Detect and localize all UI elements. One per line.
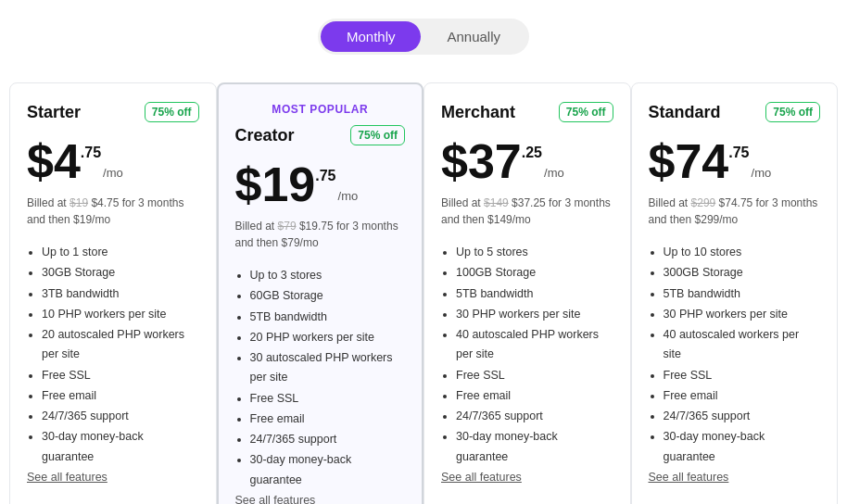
see-all-item[interactable]: See all features xyxy=(27,468,199,487)
price-row: $ 37 .25 /mo xyxy=(441,137,613,185)
feature-item: Up to 10 stores xyxy=(664,243,821,262)
plans-grid: Starter 75% off $ 4 .75 /mo Billed at $1… xyxy=(9,82,838,504)
feature-item: 24/7/365 support xyxy=(42,407,199,426)
feature-item: 24/7/365 support xyxy=(250,430,406,449)
monthly-toggle-btn[interactable]: Monthly xyxy=(321,21,422,52)
price-row: $ 74 .75 /mo xyxy=(649,137,821,185)
price-row: $ 4 .75 /mo xyxy=(27,137,199,185)
plan-name: Standard xyxy=(649,103,721,122)
see-all-link[interactable]: See all features xyxy=(441,471,522,484)
discount-badge: 75% off xyxy=(765,102,820,122)
price-sup: .25 xyxy=(522,145,542,161)
plan-header: Merchant 75% off xyxy=(441,102,613,122)
feature-item: 40 autoscaled workers per site xyxy=(664,325,821,365)
see-all-link[interactable]: See all features xyxy=(235,494,316,504)
feature-item: 24/7/365 support xyxy=(456,407,613,426)
price-dollar: $ xyxy=(441,137,468,185)
billed-text: Billed at $299 $74.75 for 3 months and t… xyxy=(649,195,821,228)
feature-item: 20 autoscaled PHP workers per site xyxy=(42,325,199,365)
feature-item: Free SSL xyxy=(42,366,199,385)
price-mo: /mo xyxy=(544,166,564,180)
discount-badge: 75% off xyxy=(145,102,199,122)
billed-text: Billed at $79 $19.75 for 3 months and th… xyxy=(235,218,406,251)
see-all-item[interactable]: See all features xyxy=(235,491,406,504)
plan-name: Merchant xyxy=(441,103,515,122)
billed-text: Billed at $19 $4.75 for 3 months and the… xyxy=(27,195,199,228)
annually-toggle-btn[interactable]: Annually xyxy=(421,21,526,52)
feature-item: 30-day money-back guarantee xyxy=(250,450,406,490)
feature-item: 5TB bandwidth xyxy=(456,284,613,304)
plan-name: Starter xyxy=(27,103,81,122)
billing-toggle: Monthly Annually xyxy=(9,19,838,55)
price-mo: /mo xyxy=(752,166,772,180)
feature-item: 24/7/365 support xyxy=(664,407,821,426)
feature-item: Free email xyxy=(456,386,613,406)
plan-card-starter: Starter 75% off $ 4 .75 /mo Billed at $1… xyxy=(9,82,217,504)
price-sup: .75 xyxy=(315,168,335,184)
plan-name: Creator xyxy=(235,126,295,145)
feature-item: Up to 3 stores xyxy=(250,266,406,285)
feature-item: 300GB Storage xyxy=(664,263,821,283)
price-sup: .75 xyxy=(728,145,749,161)
feature-item: 30-day money-back guarantee xyxy=(456,427,613,467)
feature-item: Free email xyxy=(664,386,821,406)
price-dollar: $ xyxy=(649,137,676,185)
billed-text: Billed at $149 $37.25 for 3 months and t… xyxy=(441,195,613,228)
price-mo: /mo xyxy=(103,166,123,180)
feature-item: 30GB Storage xyxy=(42,263,199,283)
feature-item: Free SSL xyxy=(664,366,821,385)
toggle-container: Monthly Annually xyxy=(318,19,529,55)
discount-badge: 75% off xyxy=(559,102,613,122)
feature-item: Up to 1 store xyxy=(42,243,199,262)
feature-item: 30-day money-back guarantee xyxy=(42,427,199,467)
feature-item: 3TB bandwidth xyxy=(42,284,199,304)
price-dollar: $ xyxy=(27,137,54,185)
feature-item: Free SSL xyxy=(250,389,406,409)
price-row: $ 19 .75 /mo xyxy=(235,160,406,208)
plan-header: Starter 75% off xyxy=(27,102,199,122)
feature-item: 30 autoscaled PHP workers per site xyxy=(250,348,406,388)
plan-header: Creator 75% off xyxy=(235,125,406,145)
price-main: 4 xyxy=(54,137,81,185)
plan-header: Standard 75% off xyxy=(649,102,821,122)
see-all-link[interactable]: See all features xyxy=(649,471,729,484)
feature-item: 30-day money-back guarantee xyxy=(664,427,821,467)
feature-item: 100GB Storage xyxy=(456,263,613,283)
feature-item: Free SSL xyxy=(456,366,613,385)
see-all-item[interactable]: See all features xyxy=(649,468,821,487)
discount-badge: 75% off xyxy=(350,125,405,145)
features-list: Up to 3 stores60GB Storage5TB bandwidth2… xyxy=(235,266,406,504)
most-popular-badge: MOST POPULAR xyxy=(235,103,406,116)
plan-card-merchant: Merchant 75% off $ 37 .25 /mo Billed at … xyxy=(424,82,631,504)
price-main: 19 xyxy=(261,160,315,208)
price-dollar: $ xyxy=(235,160,262,208)
features-list: Up to 10 stores300GB Storage5TB bandwidt… xyxy=(649,243,821,504)
features-list: Up to 1 store30GB Storage3TB bandwidth10… xyxy=(27,243,199,504)
price-sup: .75 xyxy=(81,145,101,161)
feature-item: 40 autoscaled PHP workers per site xyxy=(456,325,613,365)
feature-item: 5TB bandwidth xyxy=(664,284,821,304)
see-all-link[interactable]: See all features xyxy=(27,471,107,484)
price-mo: /mo xyxy=(338,189,359,203)
price-main: 37 xyxy=(468,137,522,185)
feature-item: 60GB Storage xyxy=(250,286,406,306)
features-list: Up to 5 stores100GB Storage5TB bandwidth… xyxy=(441,243,613,504)
plan-card-standard: Standard 75% off $ 74 .75 /mo Billed at … xyxy=(631,82,839,504)
feature-item: Free email xyxy=(42,386,199,406)
feature-item: 30 PHP workers per site xyxy=(456,305,613,324)
feature-item: 5TB bandwidth xyxy=(250,308,406,327)
feature-item: 10 PHP workers per site xyxy=(42,305,199,324)
feature-item: 20 PHP workers per site xyxy=(250,328,406,347)
price-main: 74 xyxy=(675,137,728,185)
feature-item: 30 PHP workers per site xyxy=(664,305,821,324)
see-all-item[interactable]: See all features xyxy=(441,468,613,487)
feature-item: Up to 5 stores xyxy=(456,243,613,262)
plan-card-creator: MOST POPULAR Creator 75% off $ 19 .75 /m… xyxy=(217,82,424,504)
feature-item: Free email xyxy=(250,410,406,429)
